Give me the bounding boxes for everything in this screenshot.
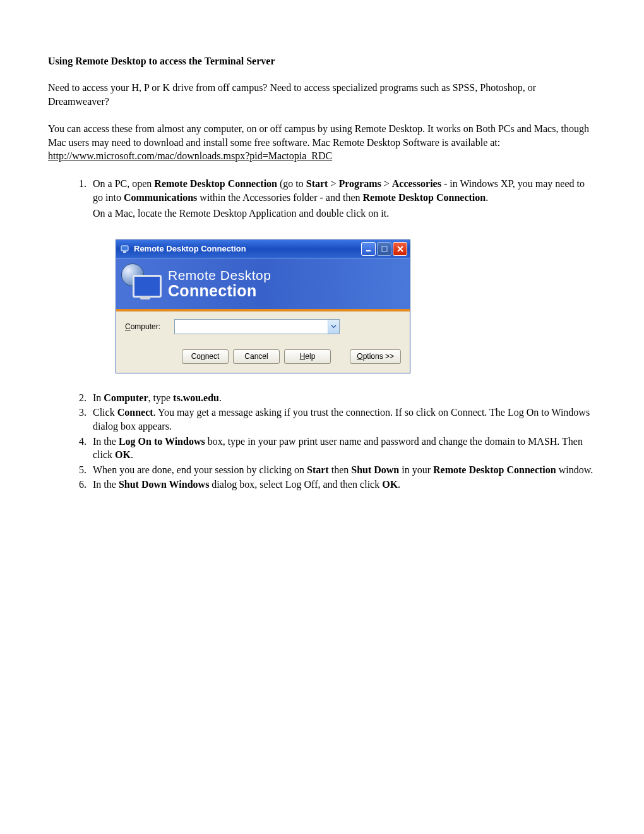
step-4-t3: . bbox=[131, 449, 133, 460]
step-1-b6: Remote Desktop Connection bbox=[363, 192, 486, 203]
svg-rect-3 bbox=[382, 246, 387, 251]
step-4-b1: Log On to Windows bbox=[119, 436, 205, 447]
window-body: Computer: Connect Cancel Help bbox=[116, 311, 410, 373]
titlebar: Remote Desktop Connection bbox=[116, 240, 410, 258]
window-buttons bbox=[361, 242, 407, 256]
step-6-t2: dialog box, select Log Off, and then cli… bbox=[209, 479, 382, 490]
banner-line2: Connection bbox=[168, 282, 271, 299]
step-1-t4: > bbox=[381, 178, 392, 189]
spacer bbox=[335, 349, 345, 364]
page-title: Using Remote Desktop to access the Termi… bbox=[48, 56, 596, 67]
step-6-b1: Shut Down Windows bbox=[119, 479, 209, 490]
banner: Remote Desktop Connection bbox=[116, 258, 410, 311]
maximize-button[interactable] bbox=[377, 242, 391, 256]
step-2-t1: In bbox=[93, 392, 104, 403]
banner-text: Remote Desktop Connection bbox=[168, 269, 271, 299]
step-6: In the Shut Down Windows dialog box, sel… bbox=[89, 478, 596, 492]
svg-rect-1 bbox=[123, 251, 126, 253]
step-5-b2: Shut Down bbox=[351, 464, 399, 475]
steps-list: On a PC, open Remote Desktop Connection … bbox=[48, 177, 596, 492]
step-4-b2: OK bbox=[115, 449, 131, 460]
minimize-button[interactable] bbox=[361, 242, 376, 256]
step-3-t2: . You may get a message asking if you tr… bbox=[93, 407, 590, 432]
help-u: H bbox=[300, 352, 306, 361]
app-icon bbox=[120, 244, 130, 254]
computer-input[interactable] bbox=[175, 321, 328, 332]
rdc-window: Remote Desktop Connection Remote Des bbox=[116, 239, 410, 373]
step-5-t2: then bbox=[329, 464, 352, 475]
rdc-icon bbox=[121, 263, 162, 304]
options-rest: ptions >> bbox=[363, 352, 394, 361]
mac-download-link[interactable]: http://www.microsoft.com/mac/downloads.m… bbox=[48, 150, 332, 161]
step-2-t3: . bbox=[219, 392, 222, 403]
step-5-b1: Start bbox=[307, 464, 329, 475]
step-1-b1: Remote Desktop Connection bbox=[154, 178, 277, 189]
step-5-t1: When you are done, end your session by c… bbox=[93, 464, 307, 475]
step-6-t1: In the bbox=[93, 479, 119, 490]
step-1-t1: On a PC, open bbox=[93, 178, 154, 189]
intro-paragraph-2-text: You can access these from almost any com… bbox=[48, 123, 589, 148]
step-5: When you are done, end your session by c… bbox=[89, 463, 596, 477]
connect-post: nect bbox=[205, 352, 220, 361]
step-1-b2: Start bbox=[306, 178, 328, 189]
intro-paragraph-1: Need to access your H, P or K drive from… bbox=[48, 81, 596, 108]
chevron-down-icon[interactable] bbox=[328, 320, 339, 334]
banner-line1: Remote Desktop bbox=[168, 269, 271, 282]
step-1-t3: > bbox=[328, 178, 338, 189]
step-5-b3: Remote Desktop Connection bbox=[433, 464, 556, 475]
connect-pre: Co bbox=[191, 352, 201, 361]
step-6-t3: . bbox=[398, 479, 400, 490]
computer-label-u: C bbox=[125, 322, 131, 331]
step-2-b1: Computer bbox=[104, 392, 148, 403]
step-3: Click Connect. You may get a message ask… bbox=[89, 406, 596, 433]
step-6-b2: OK bbox=[382, 479, 398, 490]
computer-combobox[interactable] bbox=[174, 319, 340, 334]
step-1-t6: within the Accessories folder - and then bbox=[197, 192, 362, 203]
window-title: Remote Desktop Connection bbox=[134, 243, 361, 255]
computer-label-rest: omputer: bbox=[131, 322, 160, 331]
connect-button[interactable]: Connect bbox=[182, 349, 229, 364]
step-3-b1: Connect bbox=[117, 407, 153, 418]
step-1-line2: On a Mac, locate the Remote Desktop Appl… bbox=[93, 207, 596, 221]
step-2-b2: ts.wou.edu bbox=[173, 392, 219, 403]
step-3-t1: Click bbox=[93, 407, 117, 418]
cancel-button[interactable]: Cancel bbox=[233, 349, 280, 364]
svg-rect-2 bbox=[366, 250, 371, 251]
close-button[interactable] bbox=[393, 242, 407, 256]
step-4: In the Log On to Windows box, type in yo… bbox=[89, 435, 596, 462]
computer-label: Computer: bbox=[125, 322, 174, 332]
step-5-t3: in your bbox=[399, 464, 433, 475]
help-button[interactable]: Help bbox=[284, 349, 331, 364]
step-4-t1: In the bbox=[93, 436, 119, 447]
options-u: O bbox=[357, 352, 362, 361]
help-rest: elp bbox=[305, 352, 315, 361]
step-1-t7: . bbox=[486, 192, 488, 203]
step-2-t2: , type bbox=[148, 392, 174, 403]
svg-rect-0 bbox=[121, 246, 128, 251]
options-button[interactable]: Options >> bbox=[350, 349, 401, 364]
step-2: In Computer, type ts.wou.edu. bbox=[89, 391, 596, 405]
step-1: On a PC, open Remote Desktop Connection … bbox=[89, 177, 596, 373]
step-1-b4: Accessories bbox=[392, 178, 441, 189]
step-5-t4: window. bbox=[556, 464, 593, 475]
step-1-t2: (go to bbox=[277, 178, 306, 189]
step-1-b3: Programs bbox=[338, 178, 381, 189]
button-row: Connect Cancel Help Options >> bbox=[125, 349, 401, 364]
connect-u: n bbox=[201, 352, 205, 361]
step-1-b5: Communications bbox=[124, 192, 197, 203]
intro-paragraph-2: You can access these from almost any com… bbox=[48, 122, 596, 163]
